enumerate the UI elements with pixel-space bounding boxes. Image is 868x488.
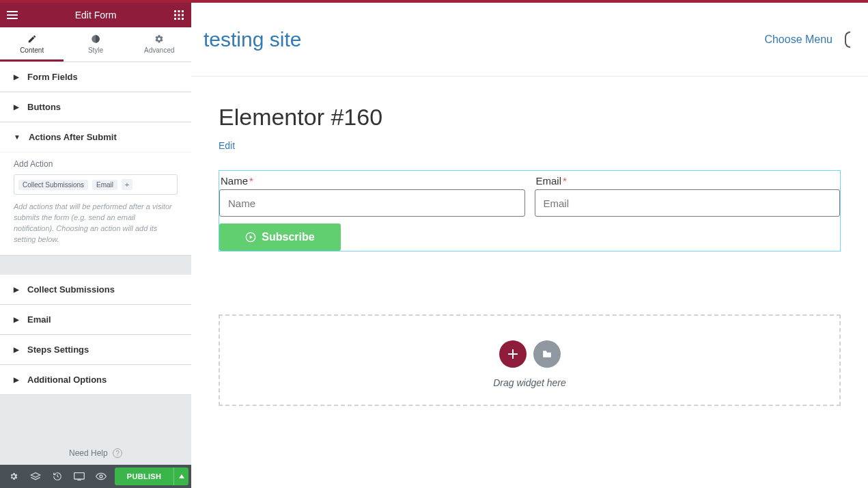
svg-point-11 [100,475,102,478]
add-action-button[interactable]: + [122,179,132,190]
svg-rect-8 [182,18,184,20]
svg-rect-10 [74,473,85,479]
panel-tabs: Content Style Advanced [0,27,191,62]
tab-advanced[interactable]: Advanced [128,27,191,62]
subscribe-label: Subscribe [262,231,314,243]
search-icon[interactable] [845,31,850,48]
footer-bar: PUBLISH [0,465,191,488]
svg-rect-3 [174,14,176,16]
edit-link[interactable]: Edit [219,140,235,151]
preview-icon[interactable] [90,465,112,488]
section-header-form-fields[interactable]: ▶ Form Fields [0,62,191,92]
caret-right-icon: ▶ [14,286,19,293]
svg-rect-4 [178,14,180,16]
caret-right-icon: ▶ [14,103,19,111]
menu-icon[interactable] [5,8,19,22]
section-title: Collect Submissions [27,284,115,295]
section-steps-settings: ▶ Steps Settings [0,335,191,365]
settings-icon[interactable] [3,465,25,488]
add-action-label: Add Action [14,159,178,169]
section-collect-submissions: ▶ Collect Submissions [0,275,191,305]
history-icon[interactable] [46,465,68,488]
panel-title: Edit Form [19,10,172,21]
page-title: Elementor #160 [219,104,841,131]
action-tag[interactable]: Collect Submissions [18,180,88,190]
editor-panel: Edit Form Content Style Advanced ▶ [0,3,191,488]
section-form-fields: ▶ Form Fields [0,62,191,92]
need-help-label: Need Help [69,448,108,458]
publish-options-button[interactable] [173,467,188,485]
section-additional-options: ▶ Additional Options [0,365,191,395]
section-email: ▶ Email [0,305,191,335]
section-title: Actions After Submit [29,132,117,142]
section-header-email[interactable]: ▶ Email [0,305,191,334]
caret-right-icon: ▶ [14,376,19,383]
tab-label: Style [88,46,103,54]
section-header-additional[interactable]: ▶ Additional Options [0,365,191,394]
svg-rect-2 [182,10,184,12]
add-section-button[interactable] [499,340,527,368]
section-actions-after-submit: ▼ Actions After Submit Add Action Collec… [0,122,191,256]
add-action-help: Add actions that will be performed after… [14,202,178,245]
tab-style[interactable]: Style [64,27,127,62]
help-icon: ? [113,448,122,458]
section-title: Form Fields [27,72,78,82]
caret-right-icon: ▶ [14,316,19,323]
section-title: Email [27,314,51,325]
section-title: Buttons [27,102,61,112]
name-label: Name* [219,171,525,189]
section-title: Steps Settings [27,344,89,355]
site-header: testing site Choose Menu [191,3,868,77]
add-action-input[interactable]: Collect Submissions Email + [14,174,178,195]
svg-rect-1 [178,10,180,12]
apps-icon[interactable] [172,8,186,22]
section-header-steps[interactable]: ▶ Steps Settings [0,335,191,364]
form-widget[interactable]: Name* Email* Subscribe [219,170,841,252]
publish-button[interactable]: PUBLISH [115,467,173,485]
subscribe-button[interactable]: Subscribe [219,223,341,251]
preview-canvas: testing site Choose Menu Elementor #160 … [191,3,868,488]
section-body-actions: Add Action Collect Submissions Email + A… [0,152,191,255]
navigator-icon[interactable] [25,465,46,488]
caret-right-icon: ▶ [14,73,19,81]
panel-sections: ▶ Form Fields ▶ Buttons ▼ Actions After … [0,62,191,442]
section-buttons: ▶ Buttons [0,92,191,122]
section-header-actions[interactable]: ▼ Actions After Submit [0,122,191,152]
caret-right-icon: ▶ [14,346,19,353]
choose-menu-link[interactable]: Choose Menu [764,33,832,46]
name-input[interactable] [219,189,525,217]
dropzone-text: Drag widget here [220,377,839,388]
tab-label: Advanced [144,46,174,54]
tab-content[interactable]: Content [0,27,64,62]
template-button[interactable] [533,340,561,368]
svg-rect-7 [178,18,180,20]
email-label: Email* [535,171,841,189]
page-content: Elementor #160 Edit Name* Email* Subscri… [191,77,868,433]
svg-rect-6 [174,18,176,20]
section-title: Additional Options [27,375,107,385]
section-header-collect[interactable]: ▶ Collect Submissions [0,275,191,304]
tab-label: Content [20,46,44,54]
email-input[interactable] [535,189,841,217]
action-tag[interactable]: Email [92,180,117,190]
dropzone[interactable]: Drag widget here [219,314,841,406]
svg-rect-5 [182,14,184,16]
responsive-icon[interactable] [68,465,90,488]
caret-down-icon: ▼ [14,133,20,141]
svg-rect-14 [508,353,518,355]
svg-rect-0 [174,10,176,12]
section-header-buttons[interactable]: ▶ Buttons [0,92,191,122]
submit-icon [245,232,256,243]
need-help[interactable]: Need Help ? [0,442,191,465]
panel-header: Edit Form [0,3,191,27]
site-title[interactable]: testing site [204,28,301,51]
